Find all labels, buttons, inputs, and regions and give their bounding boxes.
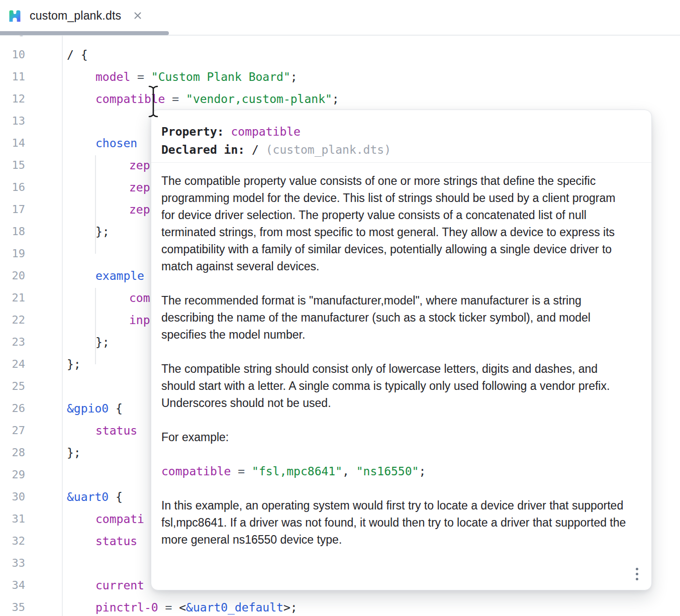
doc-code-example: compatible = "fsl,mpc8641", "ns16550"; xyxy=(161,463,630,480)
code-token-punct: }; xyxy=(67,446,81,459)
code-token-punct: }; xyxy=(67,358,81,371)
doc-paragraph: In this example, an operating system wou… xyxy=(161,497,630,548)
line-number: 33 xyxy=(0,552,25,574)
code-token-punct: >; xyxy=(283,601,298,614)
code-token-prop: pinctrl-0 xyxy=(95,601,158,614)
code-text: zep xyxy=(129,198,150,221)
code-text: pinctrl-0 = <&uart0_default>; xyxy=(95,596,298,616)
code-text: current xyxy=(95,574,144,596)
horizontal-scrollbar-thumb[interactable] xyxy=(0,31,169,35)
code-token-prop: compati xyxy=(95,512,144,526)
code-token-prop: compatible xyxy=(161,465,231,478)
property-value: compatible xyxy=(231,125,300,138)
line-number: 12 xyxy=(0,88,25,110)
line-number: 15 xyxy=(0,154,25,176)
line-number: 16 xyxy=(0,176,25,198)
code-token-punct: { xyxy=(109,490,123,503)
code-token-node: &uart0 xyxy=(67,490,109,503)
line-number: 28 xyxy=(0,442,25,464)
code-text: example xyxy=(95,265,144,287)
code-token-op: = xyxy=(231,465,252,478)
code-line[interactable]: 10/ { xyxy=(0,44,680,66)
code-token-prop: zep xyxy=(129,181,150,194)
code-token-prop: compatible xyxy=(95,92,165,106)
code-text: compatible = "vendor,custom-plank"; xyxy=(95,88,339,110)
code-token-str: "vendor,custom-plank" xyxy=(186,92,332,106)
code-text: &uart0 { xyxy=(67,486,123,508)
code-line[interactable]: 35pinctrl-0 = <&uart0_default>; xyxy=(0,596,680,616)
dts-file-icon xyxy=(7,8,23,24)
indent-guide xyxy=(95,155,96,254)
line-number: 22 xyxy=(0,309,25,331)
line-number: 20 xyxy=(0,265,25,287)
tab-custom-plank-dts[interactable]: custom_plank.dts xyxy=(0,0,169,31)
declared-path: / xyxy=(252,143,259,156)
code-token-str: "Custom Plank Board" xyxy=(151,70,290,83)
code-text: }; xyxy=(67,442,81,464)
code-token-prop: com xyxy=(129,291,150,304)
code-text: / { xyxy=(67,44,88,66)
popup-declared-row: Declared in: / (custom_plank.dts) xyxy=(161,141,641,159)
code-token-prop: model xyxy=(95,70,130,83)
doc-paragraph: The recommended format is "manufacturer,… xyxy=(161,292,630,343)
code-token-node: &gpio0 xyxy=(67,402,109,415)
line-number: 21 xyxy=(0,287,25,309)
code-token-prop: status xyxy=(95,424,137,437)
code-line[interactable]: 9 xyxy=(0,36,680,44)
popup-property-row: Property: compatible xyxy=(161,123,641,141)
property-label: Property: xyxy=(161,125,224,138)
code-line[interactable]: 12compatible = "vendor,custom-plank"; xyxy=(0,88,680,110)
line-number: 29 xyxy=(0,464,25,486)
code-token-node: chosen xyxy=(95,137,137,150)
code-text: compati xyxy=(95,508,144,530)
code-token-prop: zep xyxy=(129,203,150,216)
line-number: 14 xyxy=(0,132,25,154)
code-token-punct: }; xyxy=(95,336,110,349)
line-number: 30 xyxy=(0,486,25,508)
code-token-op: = xyxy=(130,70,151,83)
code-token-punct: / { xyxy=(67,48,88,61)
code-token-prop: current xyxy=(95,579,144,592)
code-text: com xyxy=(129,287,150,309)
code-token-str: "ns16550" xyxy=(356,465,419,478)
code-token-prop: zep xyxy=(129,159,150,172)
more-actions-icon[interactable] xyxy=(630,564,643,584)
code-text: zep xyxy=(129,176,150,198)
doc-paragraph: For example: xyxy=(161,429,630,446)
code-line[interactable]: 11model = "Custom Plank Board"; xyxy=(0,66,680,88)
tab-title: custom_plank.dts xyxy=(30,9,121,23)
code-text: status xyxy=(95,530,137,552)
documentation-popup: Property: compatible Declared in: / (cus… xyxy=(151,110,652,590)
line-number: 32 xyxy=(0,530,25,552)
close-icon[interactable] xyxy=(132,10,143,21)
popup-body: The compatible property value consists o… xyxy=(151,163,651,548)
line-number: 24 xyxy=(0,353,25,375)
code-token-prop: status xyxy=(95,535,137,548)
line-number: 9 xyxy=(0,36,25,44)
code-text: inp xyxy=(129,309,150,331)
line-number: 34 xyxy=(0,574,25,596)
code-token-punct: , xyxy=(342,465,356,478)
line-number: 11 xyxy=(0,66,25,88)
declared-file: (custom_plank.dts) xyxy=(266,143,391,156)
code-token-node: &uart0_default xyxy=(186,601,283,614)
code-token-punct: ; xyxy=(419,465,426,478)
line-number: 17 xyxy=(0,198,25,221)
doc-paragraph: The compatible property value consists o… xyxy=(161,172,630,275)
tab-bar: custom_plank.dts xyxy=(0,0,680,36)
code-text: &gpio0 { xyxy=(67,397,123,420)
line-number: 18 xyxy=(0,221,25,243)
code-text: zep xyxy=(129,154,150,176)
code-text: }; xyxy=(95,221,110,243)
declared-label: Declared in: xyxy=(161,143,245,156)
line-number: 13 xyxy=(0,110,25,132)
code-token-punct: }; xyxy=(95,225,110,238)
code-text: }; xyxy=(67,353,81,375)
code-token-punct: { xyxy=(109,402,123,415)
code-token-op: = xyxy=(158,601,179,614)
line-number: 26 xyxy=(0,397,25,420)
code-text: model = "Custom Plank Board"; xyxy=(95,66,298,88)
code-token-punct: ; xyxy=(290,70,298,83)
line-number: 31 xyxy=(0,508,25,530)
line-number: 23 xyxy=(0,331,25,353)
